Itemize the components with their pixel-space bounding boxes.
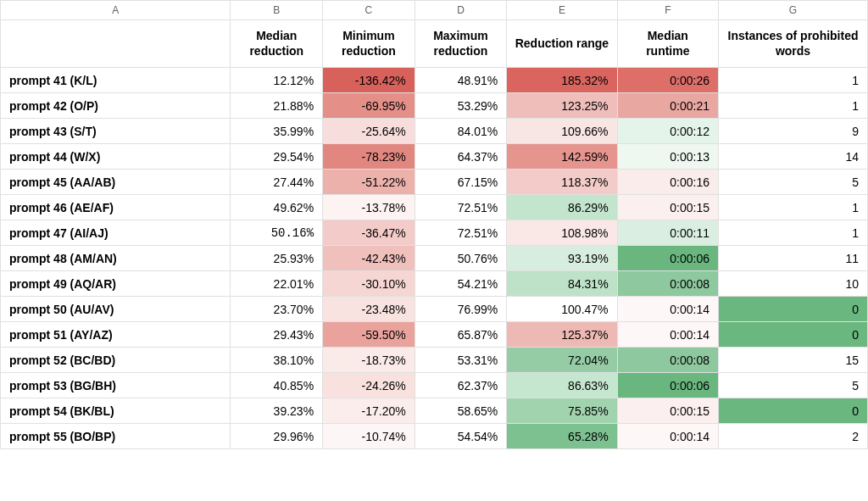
row-label[interactable]: prompt 53 (BG/BH): [1, 373, 231, 398]
cell-prohibited[interactable]: 1: [719, 93, 868, 119]
cell-median-reduction[interactable]: 40.85%: [231, 373, 323, 398]
cell-prohibited[interactable]: 1: [719, 220, 868, 246]
cell-reduction-range[interactable]: 125.37%: [507, 322, 617, 348]
cell-min-reduction[interactable]: -36.47%: [323, 220, 415, 246]
col-letter-F[interactable]: F: [617, 1, 718, 20]
row-label[interactable]: prompt 55 (BO/BP): [1, 424, 231, 449]
cell-reduction-range[interactable]: 100.47%: [507, 297, 617, 322]
cell-max-reduction[interactable]: 76.99%: [415, 297, 507, 322]
cell-median-reduction[interactable]: 29.43%: [231, 322, 323, 348]
cell-min-reduction[interactable]: -18.73%: [323, 348, 415, 373]
cell-max-reduction[interactable]: 54.21%: [415, 271, 507, 297]
col-letter-A[interactable]: A: [1, 1, 231, 20]
cell-median-reduction[interactable]: 49.62%: [231, 195, 323, 220]
cell-median-reduction[interactable]: 35.99%: [231, 119, 323, 144]
cell-reduction-range[interactable]: 185.32%: [507, 68, 617, 93]
row-label[interactable]: prompt 50 (AU/AV): [1, 297, 231, 322]
cell-max-reduction[interactable]: 72.51%: [415, 220, 507, 246]
cell-min-reduction[interactable]: -23.48%: [323, 297, 415, 322]
cell-max-reduction[interactable]: 50.76%: [415, 246, 507, 271]
cell-min-reduction[interactable]: -13.78%: [323, 195, 415, 220]
header-max-reduction[interactable]: Maximum reduction: [415, 20, 507, 68]
cell-median-reduction[interactable]: 27.44%: [231, 170, 323, 195]
cell-median-reduction[interactable]: 50.16%: [231, 220, 323, 246]
row-label[interactable]: prompt 44 (W/X): [1, 144, 231, 170]
cell-max-reduction[interactable]: 48.91%: [415, 68, 507, 93]
header-min-reduction[interactable]: Minimum reduction: [323, 20, 415, 68]
cell-max-reduction[interactable]: 53.29%: [415, 93, 507, 119]
cell-prohibited[interactable]: 9: [719, 119, 868, 144]
row-label[interactable]: prompt 42 (O/P): [1, 93, 231, 119]
cell-median-runtime[interactable]: 0:00:15: [617, 398, 718, 424]
cell-reduction-range[interactable]: 109.66%: [507, 119, 617, 144]
cell-median-runtime[interactable]: 0:00:14: [617, 322, 718, 348]
cell-min-reduction[interactable]: -17.20%: [323, 398, 415, 424]
cell-prohibited[interactable]: 15: [719, 348, 868, 373]
cell-max-reduction[interactable]: 58.65%: [415, 398, 507, 424]
cell-median-reduction[interactable]: 29.54%: [231, 144, 323, 170]
col-letter-E[interactable]: E: [507, 1, 617, 20]
cell-reduction-range[interactable]: 93.19%: [507, 246, 617, 271]
header-median-reduction[interactable]: Median reduction: [231, 20, 323, 68]
cell-min-reduction[interactable]: -30.10%: [323, 271, 415, 297]
header-prohibited[interactable]: Instances of prohibited words: [719, 20, 868, 68]
cell-median-runtime[interactable]: 0:00:14: [617, 424, 718, 449]
cell-prohibited[interactable]: 5: [719, 170, 868, 195]
cell-median-reduction[interactable]: 29.96%: [231, 424, 323, 449]
cell-prohibited[interactable]: 1: [719, 68, 868, 93]
cell-median-runtime[interactable]: 0:00:14: [617, 297, 718, 322]
cell-prohibited[interactable]: 0: [719, 322, 868, 348]
cell-median-runtime[interactable]: 0:00:13: [617, 144, 718, 170]
cell-max-reduction[interactable]: 54.54%: [415, 424, 507, 449]
cell-median-reduction[interactable]: 21.88%: [231, 93, 323, 119]
row-label[interactable]: prompt 46 (AE/AF): [1, 195, 231, 220]
row-label[interactable]: prompt 45 (AA/AB): [1, 170, 231, 195]
cell-reduction-range[interactable]: 65.28%: [507, 424, 617, 449]
header-median-runtime[interactable]: Median runtime: [617, 20, 718, 68]
cell-median-reduction[interactable]: 39.23%: [231, 398, 323, 424]
cell-reduction-range[interactable]: 142.59%: [507, 144, 617, 170]
cell-median-runtime[interactable]: 0:00:08: [617, 271, 718, 297]
cell-max-reduction[interactable]: 67.15%: [415, 170, 507, 195]
cell-min-reduction[interactable]: -42.43%: [323, 246, 415, 271]
col-letter-C[interactable]: C: [323, 1, 415, 20]
col-letter-B[interactable]: B: [231, 1, 323, 20]
row-label[interactable]: prompt 41 (K/L): [1, 68, 231, 93]
cell-prohibited[interactable]: 0: [719, 398, 868, 424]
cell-reduction-range[interactable]: 86.63%: [507, 373, 617, 398]
row-label[interactable]: prompt 48 (AM/AN): [1, 246, 231, 271]
cell-max-reduction[interactable]: 72.51%: [415, 195, 507, 220]
row-label[interactable]: prompt 54 (BK/BL): [1, 398, 231, 424]
col-letter-G[interactable]: G: [719, 1, 868, 20]
col-letter-D[interactable]: D: [415, 1, 507, 20]
cell-max-reduction[interactable]: 84.01%: [415, 119, 507, 144]
cell-reduction-range[interactable]: 123.25%: [507, 93, 617, 119]
spreadsheet-viewport[interactable]: A B C D E F G Median reduction Minimum r…: [0, 0, 868, 501]
cell-reduction-range[interactable]: 118.37%: [507, 170, 617, 195]
cell-max-reduction[interactable]: 64.37%: [415, 144, 507, 170]
cell-max-reduction[interactable]: 65.87%: [415, 322, 507, 348]
cell-median-runtime[interactable]: 0:00:12: [617, 119, 718, 144]
cell-reduction-range[interactable]: 86.29%: [507, 195, 617, 220]
row-label[interactable]: prompt 43 (S/T): [1, 119, 231, 144]
cell-prohibited[interactable]: 1: [719, 195, 868, 220]
cell-median-reduction[interactable]: 25.93%: [231, 246, 323, 271]
cell-median-runtime[interactable]: 0:00:15: [617, 195, 718, 220]
row-label[interactable]: prompt 52 (BC/BD): [1, 348, 231, 373]
cell-min-reduction[interactable]: -25.64%: [323, 119, 415, 144]
cell-min-reduction[interactable]: -59.50%: [323, 322, 415, 348]
cell-prohibited[interactable]: 5: [719, 373, 868, 398]
cell-min-reduction[interactable]: -10.74%: [323, 424, 415, 449]
row-label[interactable]: prompt 51 (AY/AZ): [1, 322, 231, 348]
cell-prohibited[interactable]: 11: [719, 246, 868, 271]
cell-min-reduction[interactable]: -69.95%: [323, 93, 415, 119]
cell-max-reduction[interactable]: 62.37%: [415, 373, 507, 398]
header-empty[interactable]: [1, 20, 231, 68]
cell-max-reduction[interactable]: 53.31%: [415, 348, 507, 373]
cell-prohibited[interactable]: 0: [719, 297, 868, 322]
cell-median-runtime[interactable]: 0:00:08: [617, 348, 718, 373]
cell-reduction-range[interactable]: 84.31%: [507, 271, 617, 297]
cell-median-runtime[interactable]: 0:00:06: [617, 373, 718, 398]
cell-reduction-range[interactable]: 108.98%: [507, 220, 617, 246]
cell-prohibited[interactable]: 2: [719, 424, 868, 449]
